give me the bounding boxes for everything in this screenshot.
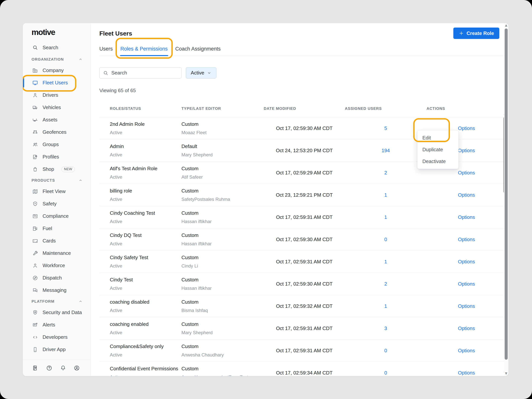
sidebar-item-geofences[interactable]: Geofences: [23, 126, 91, 138]
options-link[interactable]: Options: [458, 237, 475, 242]
menu-item-duplicate[interactable]: Duplicate: [418, 144, 458, 155]
options-link[interactable]: Options: [458, 259, 475, 265]
sidebar-item-security-and-data[interactable]: Security and Data: [23, 306, 91, 319]
page-scrollbar-thumb[interactable]: [505, 28, 508, 360]
role-last-editor: Atif Safeer: [181, 174, 264, 180]
role-type: Custom: [181, 343, 264, 349]
options-link[interactable]: Options: [458, 303, 475, 309]
options-link[interactable]: Options: [458, 325, 475, 331]
sidebar-search[interactable]: Search: [23, 42, 91, 53]
search-icon: [32, 45, 38, 50]
search-field[interactable]: [111, 70, 178, 76]
tab-users[interactable]: Users: [99, 42, 113, 56]
guide-icon[interactable]: [32, 365, 39, 371]
sidebar-item-developers[interactable]: Developers: [23, 331, 91, 343]
role-type: Custom: [181, 366, 264, 372]
person-icon: [32, 92, 38, 98]
page-scrollbar[interactable]: ▲ ▼: [504, 23, 508, 376]
section-header-organization[interactable]: ORGANIZATION: [23, 54, 91, 64]
options-link[interactable]: Options: [458, 281, 475, 287]
sidebar-item-groups[interactable]: Groups: [23, 138, 91, 151]
assigned-users-link[interactable]: 0: [384, 348, 387, 354]
section-header-platform[interactable]: PLATFORM: [23, 296, 91, 306]
sidebar-item-profiles[interactable]: Profiles: [23, 151, 91, 163]
sidebar-item-fleet-users[interactable]: Fleet Users: [23, 76, 91, 89]
menu-item-deactivate[interactable]: Deactivate: [418, 155, 458, 167]
options-link[interactable]: Options: [458, 214, 475, 220]
account-icon[interactable]: [74, 365, 80, 371]
plus-icon: [459, 31, 464, 36]
tab-bar: Users Roles & Permissions Coach Assignme…: [99, 42, 508, 56]
assigned-users-link[interactable]: 2: [384, 170, 387, 176]
sidebar-item-driver-app[interactable]: Driver App: [23, 343, 91, 356]
assigned-users-link[interactable]: 1: [384, 192, 387, 198]
sidebar-item-assets[interactable]: Assets: [23, 114, 91, 126]
options-link[interactable]: Options: [458, 348, 475, 354]
tab-coach-assignments[interactable]: Coach Assignments: [175, 42, 221, 56]
table-row: Confidential Event Permissions Active Cu…: [99, 362, 506, 376]
page-scroll-up-arrow[interactable]: ▲: [504, 23, 508, 27]
options-link[interactable]: Options: [458, 148, 475, 153]
sidebar-item-safety[interactable]: Safety: [23, 198, 91, 210]
options-link[interactable]: Options: [458, 370, 475, 376]
person-icon: [32, 263, 38, 268]
help-icon[interactable]: [46, 365, 52, 371]
sidebar-item-company[interactable]: Company: [23, 64, 91, 76]
assigned-users-link[interactable]: 194: [381, 148, 390, 153]
sidebar-item-shop[interactable]: Shop NEW: [23, 163, 91, 175]
sidebar-item-vehicles[interactable]: Vehicles: [23, 101, 91, 114]
options-context-menu: EditDuplicateDeactivate: [417, 130, 459, 169]
notifications-icon[interactable]: [60, 365, 66, 371]
date-modified: Oct 17, 02:59:31 AM CDT: [264, 251, 345, 273]
sidebar-item-dispatch[interactable]: Dispatch: [23, 272, 91, 284]
role-type: Custom: [181, 232, 264, 238]
column-header-date-modified: DATE MODIFIED: [264, 106, 345, 111]
create-role-button[interactable]: Create Role: [453, 28, 500, 39]
truck-icon: [32, 105, 38, 110]
filter-bar: Active: [99, 67, 508, 78]
sidebar-item-drivers[interactable]: Drivers: [23, 89, 91, 101]
options-link[interactable]: Options: [458, 125, 475, 131]
motive-logo: motive: [32, 28, 91, 36]
table-row: coaching disabled Active Custom Bisma Is…: [99, 295, 506, 317]
assigned-users-link[interactable]: 0: [384, 370, 387, 376]
status-filter-dropdown[interactable]: Active: [186, 67, 216, 78]
date-modified: Oct 24, 12:53:20 PM CDT: [264, 139, 345, 162]
assigned-users-link[interactable]: 1: [384, 303, 387, 309]
options-link[interactable]: Options: [458, 170, 475, 176]
sidebar-item-maintenance[interactable]: Maintenance: [23, 247, 91, 259]
role-status: Active: [110, 330, 181, 335]
role-status: Active: [110, 352, 181, 358]
sidebar-item-fuel[interactable]: Fuel: [23, 222, 91, 235]
compass-icon: [32, 275, 38, 281]
sidebar-item-workforce[interactable]: Workforce: [23, 259, 91, 272]
assigned-users-link[interactable]: 3: [384, 325, 387, 331]
sidebar-item-messaging[interactable]: Messaging: [23, 284, 91, 296]
kanban-icon: [32, 213, 38, 219]
assigned-users-link[interactable]: 5: [384, 125, 387, 131]
table-row: Cindy Test Active Custom Hassan iftikhar…: [99, 273, 506, 295]
sidebar-item-compliance[interactable]: Compliance: [23, 210, 91, 222]
role-name: Cindy Coaching Test: [110, 210, 181, 216]
menu-item-edit[interactable]: Edit: [418, 132, 458, 144]
role-last-editor: Bisma Ishfaq: [181, 308, 264, 313]
assigned-users-link[interactable]: 2: [384, 281, 387, 287]
assigned-users-link[interactable]: 1: [384, 259, 387, 265]
search-input[interactable]: [99, 67, 181, 78]
tab-roles-permissions[interactable]: Roles & Permissions: [120, 42, 168, 56]
page-scroll-down-arrow[interactable]: ▼: [504, 371, 508, 375]
sidebar-item-alerts[interactable]: Alerts: [23, 319, 91, 331]
app-window: motive Search ORGANIZATION Company Fleet…: [23, 23, 508, 376]
trailer-icon: [32, 117, 38, 123]
assigned-users-link[interactable]: 1: [384, 214, 387, 220]
assigned-users-link[interactable]: 0: [384, 237, 387, 242]
sidebar-item-fleet-view[interactable]: Fleet View: [23, 185, 91, 198]
sidebar-item-cards[interactable]: Cards: [23, 235, 91, 247]
date-modified: Oct 17, 02:59:29 AM CDT: [264, 162, 345, 184]
options-link[interactable]: Options: [458, 192, 475, 198]
role-last-editor: Anam YasmeenproductTeamTest: [181, 374, 264, 376]
company-icon: [32, 68, 38, 73]
section-header-products[interactable]: PRODUCTS: [23, 175, 91, 185]
role-last-editor: Hassan iftikhar: [181, 285, 264, 291]
date-modified: Oct 17, 02:59:30 AM CDT: [264, 228, 345, 250]
